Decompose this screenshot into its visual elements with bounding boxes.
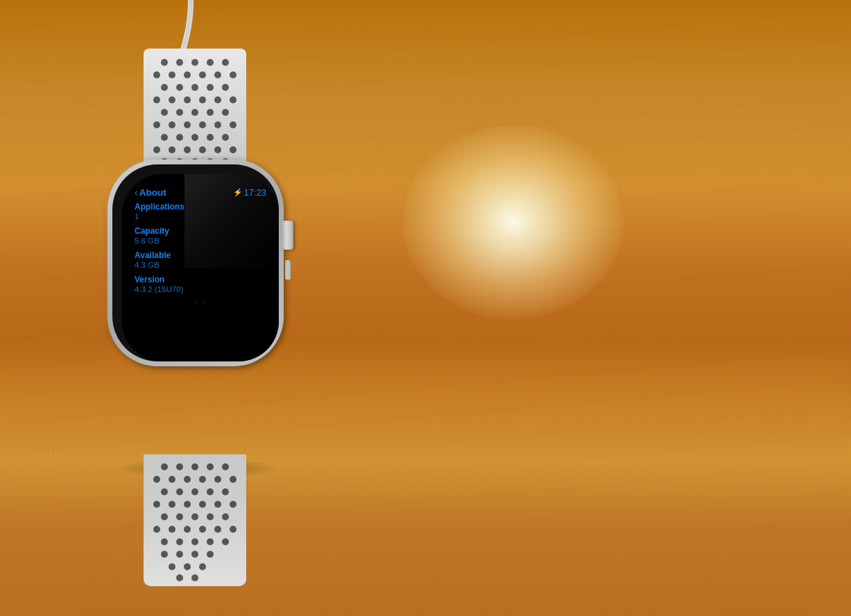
svg-point-8 (199, 71, 206, 78)
svg-point-25 (207, 109, 214, 116)
svg-point-88 (176, 551, 183, 558)
svg-point-86 (222, 538, 229, 545)
svg-point-29 (184, 121, 191, 128)
svg-point-93 (199, 563, 206, 570)
watch-screen: ‹ About ⚡ 17:23 Applications 1 Capacity (122, 174, 279, 361)
svg-point-26 (222, 109, 229, 116)
svg-point-52 (207, 463, 214, 470)
svg-point-4 (222, 59, 229, 66)
svg-point-67 (184, 501, 191, 508)
applications-value: 1 (135, 212, 266, 221)
svg-point-35 (191, 134, 198, 141)
svg-point-13 (191, 84, 198, 91)
svg-point-77 (169, 526, 175, 533)
svg-point-81 (230, 526, 237, 533)
screen-content: ‹ About ⚡ 17:23 Applications 1 Capacity (122, 174, 279, 361)
info-sections: Applications 1 Capacity 5.6 GB Available… (135, 202, 266, 293)
svg-point-85 (207, 538, 214, 545)
svg-point-39 (169, 146, 175, 153)
battery-charging-icon: ⚡ (233, 188, 243, 197)
svg-point-60 (161, 488, 168, 495)
svg-point-11 (161, 84, 168, 91)
svg-point-3 (207, 59, 214, 66)
svg-point-95 (191, 574, 198, 581)
back-chevron-icon: ‹ (135, 187, 138, 198)
svg-point-20 (214, 96, 221, 103)
svg-point-12 (176, 84, 183, 91)
digital-crown[interactable] (282, 221, 293, 250)
svg-point-70 (230, 501, 237, 508)
pagination-dots: · · (135, 299, 266, 307)
available-label: Available (135, 250, 266, 260)
svg-point-43 (230, 146, 237, 153)
svg-point-69 (214, 501, 221, 508)
side-button[interactable] (285, 260, 291, 280)
svg-point-41 (199, 146, 206, 153)
svg-point-76 (153, 526, 160, 533)
svg-point-63 (207, 488, 214, 495)
current-time: 17:23 (243, 187, 266, 198)
svg-point-17 (169, 96, 175, 103)
svg-point-7 (184, 71, 191, 78)
nav-back-label[interactable]: About (139, 187, 166, 198)
svg-point-16 (153, 96, 160, 103)
svg-point-94 (176, 574, 183, 581)
svg-point-28 (169, 121, 175, 128)
apple-watch: ‹ About ⚡ 17:23 Applications 1 Capacity (108, 160, 371, 465)
svg-point-64 (222, 488, 229, 495)
status-bar: ‹ About ⚡ 17:23 (135, 187, 266, 198)
watch-bezel: ‹ About ⚡ 17:23 Applications 1 Capacity (112, 164, 279, 361)
svg-point-27 (153, 121, 160, 128)
table-glare (402, 125, 624, 319)
svg-point-1 (176, 59, 183, 66)
svg-point-38 (153, 146, 160, 153)
svg-point-80 (214, 526, 221, 533)
available-value: 4.3 GB (135, 261, 266, 269)
svg-point-21 (230, 96, 237, 103)
svg-point-40 (184, 146, 191, 153)
svg-point-14 (207, 84, 214, 91)
svg-point-49 (161, 463, 168, 470)
svg-point-5 (153, 71, 160, 78)
applications-label: Applications (135, 202, 266, 212)
svg-point-75 (222, 513, 229, 520)
svg-point-66 (169, 501, 175, 508)
svg-point-74 (207, 513, 214, 520)
svg-point-82 (161, 538, 168, 545)
svg-point-68 (199, 501, 206, 508)
svg-point-18 (184, 96, 191, 103)
svg-point-23 (176, 109, 183, 116)
time-display: ⚡ 17:23 (233, 187, 266, 198)
svg-point-65 (153, 501, 160, 508)
svg-point-32 (230, 121, 237, 128)
svg-point-58 (214, 476, 221, 483)
svg-point-61 (176, 488, 183, 495)
svg-point-19 (199, 96, 206, 103)
svg-point-9 (214, 71, 221, 78)
watch-case: ‹ About ⚡ 17:23 Applications 1 Capacity (108, 160, 284, 366)
svg-point-34 (176, 134, 183, 141)
svg-point-90 (207, 551, 214, 558)
watch-band-top (144, 49, 246, 170)
svg-point-57 (199, 476, 206, 483)
svg-point-0 (161, 59, 168, 66)
crown-texture (284, 223, 292, 247)
svg-point-72 (176, 513, 183, 520)
svg-point-36 (207, 134, 214, 141)
svg-point-56 (184, 476, 191, 483)
svg-point-22 (161, 109, 168, 116)
svg-point-73 (191, 513, 198, 520)
version-label: Version (135, 275, 266, 284)
svg-point-89 (191, 551, 198, 558)
capacity-label: Capacity (135, 226, 266, 236)
svg-point-54 (153, 476, 160, 483)
svg-point-83 (176, 538, 183, 545)
svg-point-10 (230, 71, 237, 78)
svg-point-30 (199, 121, 206, 128)
svg-point-84 (191, 538, 198, 545)
back-navigation[interactable]: ‹ About (135, 187, 166, 198)
svg-point-50 (176, 463, 183, 470)
svg-point-53 (222, 463, 229, 470)
watch-band-bottom (144, 454, 246, 586)
svg-point-42 (214, 146, 221, 153)
